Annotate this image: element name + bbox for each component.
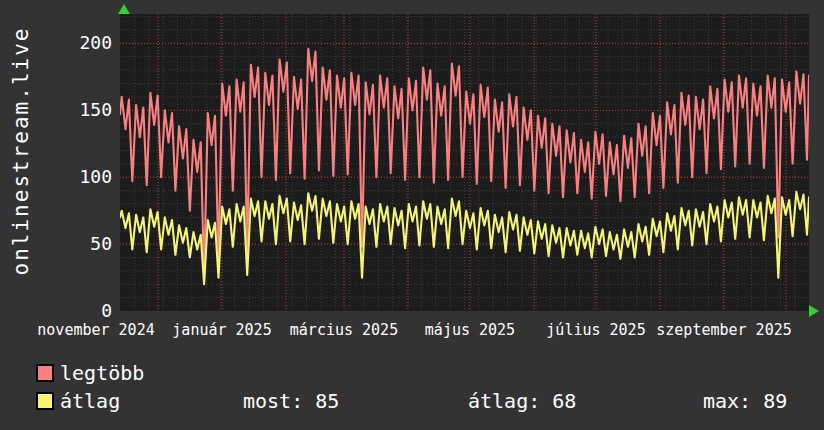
y-axis-tick-label: 50	[0, 232, 112, 256]
y-axis-arrow-up-icon	[118, 4, 130, 14]
x-axis-tick-label: május 2025	[425, 321, 515, 339]
x-axis-tick-label: november 2024	[37, 321, 154, 339]
x-axis-tick-label: március 2025	[290, 321, 398, 339]
y-axis-tick-label: 200	[0, 31, 112, 55]
legend-label-legtobb: legtöbb	[60, 363, 144, 383]
x-axis-arrow-right-icon	[809, 305, 819, 317]
chart-canvas	[120, 14, 809, 311]
x-axis-tick-label: július 2025	[546, 321, 645, 339]
legend-swatch-legtobb	[36, 364, 54, 382]
y-axis-tick-label: 100	[0, 165, 112, 189]
x-axis-tick-label: január 2025	[172, 321, 271, 339]
graph-screen: onlinestream.live 200 150 100 50 0 novem…	[0, 0, 824, 430]
legend-label-atlag: átlag	[60, 391, 120, 411]
x-axis-tick-label: szeptember 2025	[656, 321, 791, 339]
stat-atlag: átlag: 68	[468, 391, 576, 411]
chart-plot-area	[120, 14, 809, 311]
stat-max: max: 89	[703, 391, 787, 411]
y-axis-tick-label: 150	[0, 98, 112, 122]
legend-swatch-atlag	[36, 392, 54, 410]
y-axis-tick-label: 0	[0, 299, 112, 323]
stat-most: most: 85	[243, 391, 339, 411]
